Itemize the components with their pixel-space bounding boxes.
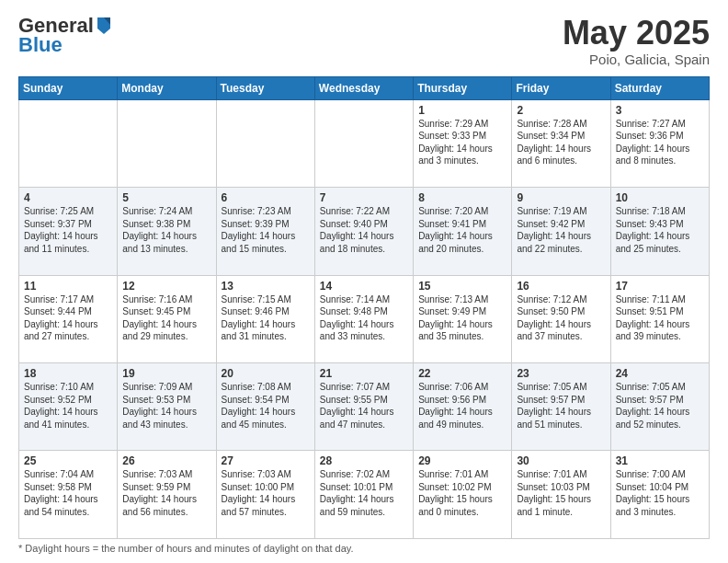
day-cell <box>19 99 118 187</box>
day-number: 20 <box>222 367 310 380</box>
day-number: 26 <box>122 454 210 467</box>
day-info: Sunrise: 7:04 AMSunset: 9:58 PMDaylight:… <box>24 468 112 518</box>
day-number: 4 <box>24 191 112 204</box>
day-number: 8 <box>418 191 506 204</box>
day-info: Sunrise: 7:16 AMSunset: 9:45 PMDaylight:… <box>122 293 210 343</box>
day-info: Sunrise: 7:00 AMSunset: 10:04 PMDaylight… <box>616 468 704 518</box>
day-cell: 21Sunrise: 7:07 AMSunset: 9:55 PMDayligh… <box>314 363 413 451</box>
day-info: Sunrise: 7:10 AMSunset: 9:52 PMDaylight:… <box>24 381 112 431</box>
day-cell: 23Sunrise: 7:05 AMSunset: 9:57 PMDayligh… <box>512 363 610 451</box>
day-cell: 24Sunrise: 7:05 AMSunset: 9:57 PMDayligh… <box>610 363 709 451</box>
week-row-3: 11Sunrise: 7:17 AMSunset: 9:44 PMDayligh… <box>19 275 710 362</box>
day-number: 14 <box>320 280 408 293</box>
day-cell: 4Sunrise: 7:25 AMSunset: 9:37 PMDaylight… <box>19 188 118 275</box>
day-info: Sunrise: 7:25 AMSunset: 9:37 PMDaylight:… <box>24 205 112 255</box>
week-row-5: 25Sunrise: 7:04 AMSunset: 9:58 PMDayligh… <box>19 451 710 539</box>
day-info: Sunrise: 7:06 AMSunset: 9:56 PMDaylight:… <box>418 381 506 431</box>
day-number: 27 <box>222 454 310 467</box>
day-info: Sunrise: 7:29 AMSunset: 9:33 PMDaylight:… <box>418 118 506 167</box>
day-info: Sunrise: 7:28 AMSunset: 9:34 PMDaylight:… <box>517 118 605 167</box>
day-info: Sunrise: 7:07 AMSunset: 9:55 PMDaylight:… <box>320 381 408 431</box>
day-cell: 15Sunrise: 7:13 AMSunset: 9:49 PMDayligh… <box>414 275 512 362</box>
day-number: 30 <box>517 454 605 467</box>
calendar-header-row: SundayMondayTuesdayWednesdayThursdayFrid… <box>19 76 710 99</box>
day-number: 16 <box>517 280 605 293</box>
day-number: 31 <box>616 454 704 467</box>
day-cell <box>216 99 314 187</box>
day-number: 28 <box>320 454 408 467</box>
day-number: 25 <box>24 454 112 467</box>
day-cell: 7Sunrise: 7:22 AMSunset: 9:40 PMDaylight… <box>314 188 413 275</box>
day-number: 6 <box>222 191 310 204</box>
day-info: Sunrise: 7:02 AMSunset: 10:01 PMDaylight… <box>320 468 408 518</box>
title-block: May 2025 Poio, Galicia, Spain <box>563 15 710 67</box>
col-header-tuesday: Tuesday <box>216 76 314 99</box>
day-cell: 17Sunrise: 7:11 AMSunset: 9:51 PMDayligh… <box>610 275 709 362</box>
day-number: 9 <box>517 191 605 204</box>
day-info: Sunrise: 7:15 AMSunset: 9:46 PMDaylight:… <box>222 293 310 343</box>
day-cell: 27Sunrise: 7:03 AMSunset: 10:00 PMDaylig… <box>216 451 314 539</box>
day-number: 7 <box>320 191 408 204</box>
title-month: May 2025 <box>563 15 710 52</box>
day-number: 29 <box>418 454 506 467</box>
day-cell: 16Sunrise: 7:12 AMSunset: 9:50 PMDayligh… <box>512 275 610 362</box>
day-number: 21 <box>320 367 408 380</box>
day-number: 12 <box>122 280 210 293</box>
col-header-friday: Friday <box>512 76 610 99</box>
day-info: Sunrise: 7:24 AMSunset: 9:38 PMDaylight:… <box>122 205 210 255</box>
day-info: Sunrise: 7:17 AMSunset: 9:44 PMDaylight:… <box>24 293 112 343</box>
day-number: 11 <box>24 280 112 293</box>
day-info: Sunrise: 7:18 AMSunset: 9:43 PMDaylight:… <box>616 205 704 255</box>
day-info: Sunrise: 7:13 AMSunset: 9:49 PMDaylight:… <box>418 293 506 343</box>
logo: General Blue <box>18 15 112 57</box>
day-info: Sunrise: 7:11 AMSunset: 9:51 PMDaylight:… <box>616 293 704 343</box>
day-info: Sunrise: 7:12 AMSunset: 9:50 PMDaylight:… <box>517 293 605 343</box>
day-number: 13 <box>222 280 310 293</box>
col-header-saturday: Saturday <box>610 76 709 99</box>
day-cell: 19Sunrise: 7:09 AMSunset: 9:53 PMDayligh… <box>118 363 216 451</box>
day-number: 22 <box>418 367 506 380</box>
col-header-sunday: Sunday <box>19 76 118 99</box>
day-info: Sunrise: 7:09 AMSunset: 9:53 PMDaylight:… <box>122 381 210 431</box>
day-info: Sunrise: 7:20 AMSunset: 9:41 PMDaylight:… <box>418 205 506 255</box>
day-cell: 10Sunrise: 7:18 AMSunset: 9:43 PMDayligh… <box>610 188 709 275</box>
day-cell: 1Sunrise: 7:29 AMSunset: 9:33 PMDaylight… <box>414 99 512 187</box>
day-cell: 5Sunrise: 7:24 AMSunset: 9:38 PMDaylight… <box>118 188 216 275</box>
day-info: Sunrise: 7:08 AMSunset: 9:54 PMDaylight:… <box>222 381 310 431</box>
day-info: Sunrise: 7:19 AMSunset: 9:42 PMDaylight:… <box>517 205 605 255</box>
day-cell: 9Sunrise: 7:19 AMSunset: 9:42 PMDaylight… <box>512 188 610 275</box>
week-row-2: 4Sunrise: 7:25 AMSunset: 9:37 PMDaylight… <box>19 188 710 275</box>
day-cell: 29Sunrise: 7:01 AMSunset: 10:02 PMDaylig… <box>414 451 512 539</box>
day-cell: 3Sunrise: 7:27 AMSunset: 9:36 PMDaylight… <box>610 99 709 187</box>
day-number: 1 <box>418 104 506 117</box>
title-location: Poio, Galicia, Spain <box>563 52 710 67</box>
day-number: 5 <box>122 191 210 204</box>
day-number: 24 <box>616 367 704 380</box>
day-number: 23 <box>517 367 605 380</box>
day-cell: 31Sunrise: 7:00 AMSunset: 10:04 PMDaylig… <box>610 451 709 539</box>
day-cell: 25Sunrise: 7:04 AMSunset: 9:58 PMDayligh… <box>19 451 118 539</box>
day-cell <box>118 99 216 187</box>
day-info: Sunrise: 7:03 AMSunset: 9:59 PMDaylight:… <box>122 468 210 518</box>
day-number: 19 <box>122 367 210 380</box>
day-cell: 22Sunrise: 7:06 AMSunset: 9:56 PMDayligh… <box>414 363 512 451</box>
day-info: Sunrise: 7:01 AMSunset: 10:03 PMDaylight… <box>517 468 605 518</box>
day-info: Sunrise: 7:22 AMSunset: 9:40 PMDaylight:… <box>320 205 408 255</box>
day-cell: 2Sunrise: 7:28 AMSunset: 9:34 PMDaylight… <box>512 99 610 187</box>
day-cell <box>314 99 413 187</box>
week-row-4: 18Sunrise: 7:10 AMSunset: 9:52 PMDayligh… <box>19 363 710 451</box>
day-number: 18 <box>24 367 112 380</box>
day-cell: 11Sunrise: 7:17 AMSunset: 9:44 PMDayligh… <box>19 275 118 362</box>
day-info: Sunrise: 7:01 AMSunset: 10:02 PMDaylight… <box>418 468 506 518</box>
day-info: Sunrise: 7:23 AMSunset: 9:39 PMDaylight:… <box>222 205 310 255</box>
day-cell: 20Sunrise: 7:08 AMSunset: 9:54 PMDayligh… <box>216 363 314 451</box>
col-header-thursday: Thursday <box>414 76 512 99</box>
footer-text: Daylight hours <box>25 543 89 554</box>
day-cell: 14Sunrise: 7:14 AMSunset: 9:48 PMDayligh… <box>314 275 413 362</box>
day-cell: 13Sunrise: 7:15 AMSunset: 9:46 PMDayligh… <box>216 275 314 362</box>
day-info: Sunrise: 7:05 AMSunset: 9:57 PMDaylight:… <box>517 381 605 431</box>
col-header-wednesday: Wednesday <box>314 76 413 99</box>
day-number: 10 <box>616 191 704 204</box>
day-number: 15 <box>418 280 506 293</box>
day-cell: 6Sunrise: 7:23 AMSunset: 9:39 PMDaylight… <box>216 188 314 275</box>
